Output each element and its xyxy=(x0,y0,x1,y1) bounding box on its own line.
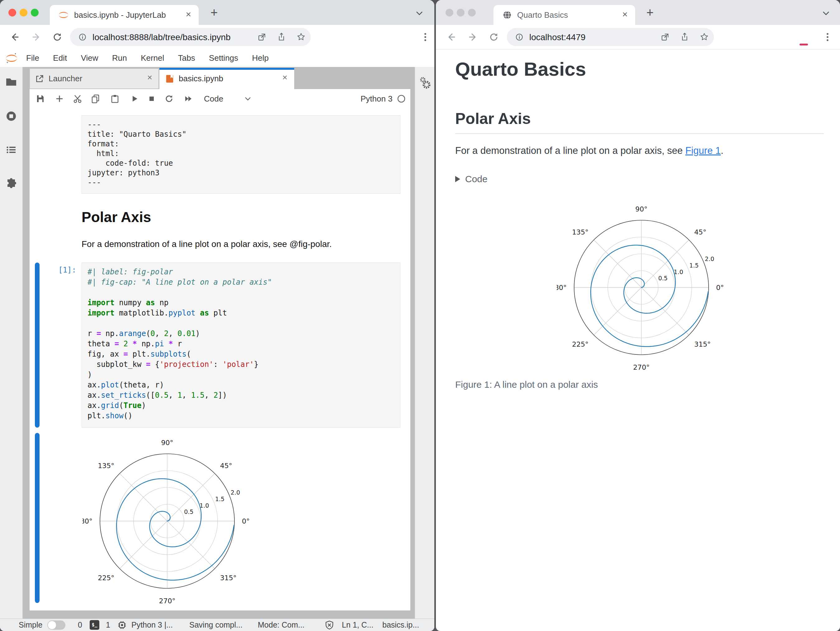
browser-menu-dots-icon[interactable] xyxy=(420,32,431,43)
bookmark-star-icon[interactable] xyxy=(699,32,709,42)
markdown-heading: Polar Axis xyxy=(82,209,151,226)
output-collapser-bar[interactable] xyxy=(35,433,39,603)
menu-item-view[interactable]: View xyxy=(81,49,98,67)
paste-cells-icon[interactable] xyxy=(110,94,120,104)
tab-title: Quarto Basics xyxy=(517,10,568,20)
notebook-mode[interactable]: Mode: Com... xyxy=(258,620,305,629)
cursor-position[interactable]: Ln 1, C... xyxy=(342,620,373,629)
tab-title: basics.ipynb - JupyterLab xyxy=(74,10,166,20)
site-info-icon[interactable] xyxy=(514,32,524,42)
copy-cells-icon[interactable] xyxy=(91,94,101,104)
close-tab-icon[interactable]: × xyxy=(622,9,628,20)
code-editor[interactable]: #| label: fig-polar#| fig-cap: "A line p… xyxy=(82,263,400,425)
minimize-window-button[interactable] xyxy=(20,9,27,16)
file-browser-icon[interactable] xyxy=(5,76,17,88)
svg-text:135°: 135° xyxy=(98,462,114,470)
open-in-new-icon[interactable] xyxy=(257,32,267,42)
close-tab-icon[interactable]: × xyxy=(186,9,191,20)
svg-text:270°: 270° xyxy=(159,597,175,605)
cell-type-dropdown[interactable]: Code xyxy=(204,94,223,104)
new-tab-button[interactable]: + xyxy=(646,8,654,17)
polar-plot-figure: 0°45°90°135°180°225°270°315°0.51.01.52.0 xyxy=(557,198,725,373)
menu-item-settings[interactable]: Settings xyxy=(209,49,238,67)
svg-text:0°: 0° xyxy=(716,284,724,291)
new-tab-button[interactable]: + xyxy=(210,8,218,17)
open-in-new-icon[interactable] xyxy=(660,32,670,42)
saving-status[interactable]: Saving compl... xyxy=(189,620,243,629)
menu-item-edit[interactable]: Edit xyxy=(53,49,67,67)
svg-text:2.0: 2.0 xyxy=(231,489,240,496)
address-bar[interactable]: localhost:4479 xyxy=(507,28,714,46)
close-notebook-tab-icon[interactable]: × xyxy=(283,73,287,82)
svg-text:2.0: 2.0 xyxy=(705,255,714,262)
reload-icon[interactable] xyxy=(488,32,499,43)
table-of-contents-icon[interactable] xyxy=(5,144,17,156)
run-cell-icon[interactable] xyxy=(129,94,139,104)
save-icon[interactable] xyxy=(35,94,45,104)
tab-search-chevron-icon[interactable] xyxy=(821,11,831,17)
svg-text:45°: 45° xyxy=(220,462,232,470)
code-cell[interactable]: #| label: fig-polar#| fig-cap: "A line p… xyxy=(82,263,400,428)
forward-icon[interactable] xyxy=(467,32,478,43)
browser-menu-dots-icon[interactable] xyxy=(822,32,833,43)
svg-text:180°: 180° xyxy=(557,284,567,291)
kernel-chip-icon xyxy=(117,620,127,630)
menu-item-tabs[interactable]: Tabs xyxy=(178,49,195,67)
update-indicator xyxy=(799,44,808,46)
raw-cell[interactable]: --- title: "Quarto Basics" format: html:… xyxy=(82,115,400,194)
share-icon[interactable] xyxy=(680,32,690,42)
forward-icon[interactable] xyxy=(30,32,42,43)
address-bar[interactable]: localhost:8888/lab/tree/basics.ipynb xyxy=(70,28,311,46)
close-window-button[interactable] xyxy=(445,9,453,16)
input-collapser-bar[interactable] xyxy=(35,263,39,428)
figure-1-link[interactable]: Figure 1 xyxy=(685,145,721,156)
tab-launcher[interactable]: Launcher × xyxy=(30,68,159,89)
menu-item-help[interactable]: Help xyxy=(252,49,269,67)
terminals-count[interactable]: 0 xyxy=(78,620,82,629)
kernels-count[interactable]: 1 xyxy=(106,620,110,629)
cut-cells-icon[interactable] xyxy=(73,94,82,104)
minimize-window-button[interactable] xyxy=(457,9,464,16)
back-icon[interactable] xyxy=(9,32,21,43)
code-disclosure[interactable]: Code xyxy=(455,174,488,184)
svg-text:45°: 45° xyxy=(694,228,706,236)
menu-item-run[interactable]: Run xyxy=(112,49,127,67)
jupyterlab-statusbar: Simple 0 $_ 1 Python 3 |... Saving compl… xyxy=(0,618,434,631)
browser-tab-strip: basics.ipynb - JupyterLab × + xyxy=(0,0,434,25)
bookmark-star-icon[interactable] xyxy=(296,32,306,42)
close-launcher-tab-icon[interactable]: × xyxy=(147,73,152,82)
site-info-icon[interactable] xyxy=(77,32,87,42)
browser-toolbar: localhost:4479 xyxy=(436,25,840,49)
property-inspector-gears-icon[interactable] xyxy=(418,76,432,90)
trust-shield-icon[interactable] xyxy=(324,620,335,630)
maximize-window-button[interactable] xyxy=(31,9,39,16)
reload-icon[interactable] xyxy=(52,32,63,43)
simple-mode-toggle[interactable] xyxy=(47,620,65,630)
share-icon[interactable] xyxy=(276,32,286,42)
cell-type-chevron-icon[interactable] xyxy=(244,96,252,102)
close-window-button[interactable] xyxy=(8,9,16,16)
svg-text:0.5: 0.5 xyxy=(658,275,668,281)
menu-item-kernel[interactable]: Kernel xyxy=(141,49,164,67)
extension-manager-icon[interactable] xyxy=(5,177,17,189)
svg-text:270°: 270° xyxy=(633,364,650,371)
kernel-status-text[interactable]: Python 3 |... xyxy=(131,620,173,629)
browser-tab[interactable]: Quarto Basics × xyxy=(493,5,635,25)
statusbar-file-name[interactable]: basics.ip... xyxy=(382,620,419,629)
body-paragraph: For a demonstration of a line plot on a … xyxy=(455,145,723,157)
browser-tab[interactable]: basics.ipynb - JupyterLab × xyxy=(50,5,199,25)
running-kernels-icon[interactable] xyxy=(5,110,17,122)
maximize-window-button[interactable] xyxy=(468,9,476,16)
kernel-status-icon[interactable] xyxy=(396,94,406,104)
add-cell-icon[interactable] xyxy=(54,94,65,104)
menu-item-file[interactable]: File xyxy=(26,49,39,67)
back-icon[interactable] xyxy=(446,32,457,43)
kernel-name-label[interactable]: Python 3 xyxy=(360,94,393,104)
restart-run-all-icon[interactable] xyxy=(183,94,193,104)
tab-notebook-basics[interactable]: basics.ipynb × xyxy=(159,68,294,89)
restart-kernel-icon[interactable] xyxy=(164,94,174,104)
tab-search-chevron-icon[interactable] xyxy=(415,11,424,17)
url-text: localhost:8888/lab/tree/basics.ipynb xyxy=(93,32,231,42)
interrupt-kernel-icon[interactable] xyxy=(147,94,156,104)
svg-text:135°: 135° xyxy=(572,228,589,236)
